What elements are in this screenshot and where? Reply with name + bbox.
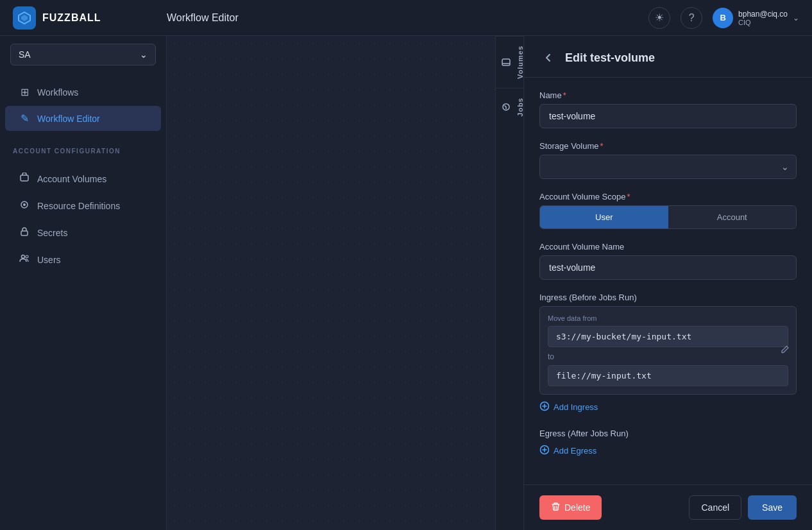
svg-rect-8 xyxy=(502,59,510,65)
logo: FUZZBALL xyxy=(13,6,167,30)
scope-account-button[interactable]: Account xyxy=(668,206,797,228)
add-egress-label: Add Egress xyxy=(554,446,596,456)
delete-button[interactable]: Delete xyxy=(539,495,602,520)
jobs-tab-label: Jobs xyxy=(516,98,523,117)
ingress-box: Move data from to xyxy=(539,306,797,395)
delete-icon xyxy=(551,502,561,513)
volume-name-label: Account Volume Name xyxy=(539,242,797,252)
sidebar: SA ⌄ ⊞ Workflows ✎ Workflow Editor ACCOU… xyxy=(0,36,167,530)
volume-name-field-group: Account Volume Name xyxy=(539,242,797,280)
logo-text: FUZZBALL xyxy=(42,12,101,24)
ingress-from-input[interactable] xyxy=(548,326,788,347)
user-details: bphan@ciq.co CIQ xyxy=(738,10,788,26)
sidebar-item-label: Secrets xyxy=(37,228,67,238)
jobs-tab-icon xyxy=(501,102,511,112)
name-field-group: Name* xyxy=(539,90,797,128)
volumes-tab[interactable]: Volumes xyxy=(496,36,523,88)
sidebar-item-secrets[interactable]: Secrets xyxy=(5,220,161,246)
ingress-label: Ingress (Before Jobs Run) xyxy=(539,293,797,302)
svg-marker-1 xyxy=(21,15,28,21)
sidebar-item-label: Users xyxy=(37,255,61,265)
help-button[interactable]: ? xyxy=(681,7,702,29)
workflows-icon: ⊞ xyxy=(18,86,31,98)
storage-volume-select[interactable] xyxy=(539,155,797,179)
volume-name-input[interactable] xyxy=(539,255,797,280)
user-email: bphan@ciq.co xyxy=(738,10,788,19)
users-icon xyxy=(18,253,31,266)
user-org: CIQ xyxy=(738,19,788,26)
edit-panel-header: Edit test-volume xyxy=(524,36,812,78)
topbar-title: Workflow Editor xyxy=(167,12,648,24)
sidebar-config-nav: Account Volumes Resource Definitions Sec… xyxy=(0,160,166,279)
save-button[interactable]: Save xyxy=(748,495,797,520)
main-layout: SA ⌄ ⊞ Workflows ✎ Workflow Editor ACCOU… xyxy=(0,36,812,530)
ingress-to-label: to xyxy=(548,352,788,361)
section-label-account-config: ACCOUNT CONFIGURATION xyxy=(0,137,166,160)
secrets-icon xyxy=(18,227,31,239)
svg-rect-2 xyxy=(21,175,28,181)
add-ingress-label: Add Ingress xyxy=(554,402,598,412)
name-input[interactable] xyxy=(539,104,797,128)
chevron-down-icon: ⌄ xyxy=(140,49,148,60)
workspace-label: SA xyxy=(19,49,31,60)
egress-field-group: Egress (After Jobs Run) Add Egress xyxy=(539,429,797,459)
sidebar-item-label: Account Volumes xyxy=(37,174,106,184)
sidebar-item-workflows[interactable]: ⊞ Workflows xyxy=(5,80,161,105)
panel-body: Name* Storage Volume* ⌄ Acco xyxy=(524,78,812,472)
account-volumes-icon xyxy=(18,173,31,185)
ingress-field-group: Ingress (Before Jobs Run) Move data from… xyxy=(539,293,797,416)
edit-pencil-icon[interactable] xyxy=(781,345,790,356)
required-indicator: * xyxy=(627,192,630,201)
required-indicator: * xyxy=(563,90,566,100)
sidebar-item-label: Resource Definitions xyxy=(37,201,120,211)
panel-footer: Delete Cancel Save xyxy=(524,484,812,530)
scope-toggle-group: User Account xyxy=(539,205,797,229)
scope-label: Account Volume Scope* xyxy=(539,192,797,201)
user-menu[interactable]: B bphan@ciq.co CIQ ⌄ xyxy=(713,8,799,28)
footer-actions: Cancel Save xyxy=(689,495,797,520)
cancel-button[interactable]: Cancel xyxy=(689,495,741,520)
jobs-tab[interactable]: Jobs xyxy=(496,88,523,126)
sidebar-item-label: Workflow Editor xyxy=(37,114,100,124)
edit-panel: Edit test-volume Name* Storage Volume* xyxy=(523,36,812,530)
required-indicator: * xyxy=(600,141,604,151)
svg-point-4 xyxy=(23,203,26,206)
volumes-tab-icon xyxy=(501,57,511,67)
volumes-tab-label: Volumes xyxy=(516,46,523,79)
side-tabs: Volumes Jobs xyxy=(495,36,523,530)
svg-rect-5 xyxy=(21,231,28,235)
workspace-dropdown[interactable]: SA ⌄ xyxy=(10,44,156,65)
back-button[interactable] xyxy=(539,49,557,67)
sidebar-nav: ⊞ Workflows ✎ Workflow Editor xyxy=(0,73,166,137)
move-data-from-label: Move data from xyxy=(548,314,788,322)
topbar-actions: ☀ ? B bphan@ciq.co CIQ ⌄ xyxy=(648,7,799,29)
theme-toggle-button[interactable]: ☀ xyxy=(648,7,670,29)
scope-user-button[interactable]: User xyxy=(540,206,668,228)
workflow-editor-icon: ✎ xyxy=(18,112,31,124)
canvas-area[interactable] xyxy=(167,36,495,530)
avatar: B xyxy=(713,8,733,28)
ingress-to-input[interactable] xyxy=(548,365,788,386)
storage-volume-label: Storage Volume* xyxy=(539,141,797,151)
panel-title: Edit test-volume xyxy=(565,51,655,65)
add-egress-icon xyxy=(539,445,550,457)
sidebar-item-users[interactable]: Users xyxy=(5,247,161,273)
add-ingress-button[interactable]: Add Ingress xyxy=(539,398,797,416)
sidebar-item-label: Workflows xyxy=(37,87,78,98)
delete-label: Delete xyxy=(564,502,590,513)
scope-field-group: Account Volume Scope* User Account xyxy=(539,192,797,229)
name-label: Name* xyxy=(539,90,797,100)
topbar: FUZZBALL Workflow Editor ☀ ? B bphan@ciq… xyxy=(0,0,812,36)
svg-point-6 xyxy=(22,255,25,259)
sidebar-item-account-volumes[interactable]: Account Volumes xyxy=(5,166,161,192)
add-egress-button[interactable]: Add Egress xyxy=(539,442,797,459)
resource-definitions-icon xyxy=(18,200,31,212)
storage-volume-field-group: Storage Volume* ⌄ xyxy=(539,141,797,179)
storage-volume-select-wrapper: ⌄ xyxy=(539,155,797,179)
sidebar-item-resource-definitions[interactable]: Resource Definitions xyxy=(5,193,161,219)
add-ingress-icon xyxy=(539,401,550,413)
egress-label: Egress (After Jobs Run) xyxy=(539,429,797,438)
chevron-down-icon: ⌄ xyxy=(793,13,799,22)
sidebar-item-workflow-editor[interactable]: ✎ Workflow Editor xyxy=(5,106,161,131)
svg-point-7 xyxy=(26,255,28,258)
